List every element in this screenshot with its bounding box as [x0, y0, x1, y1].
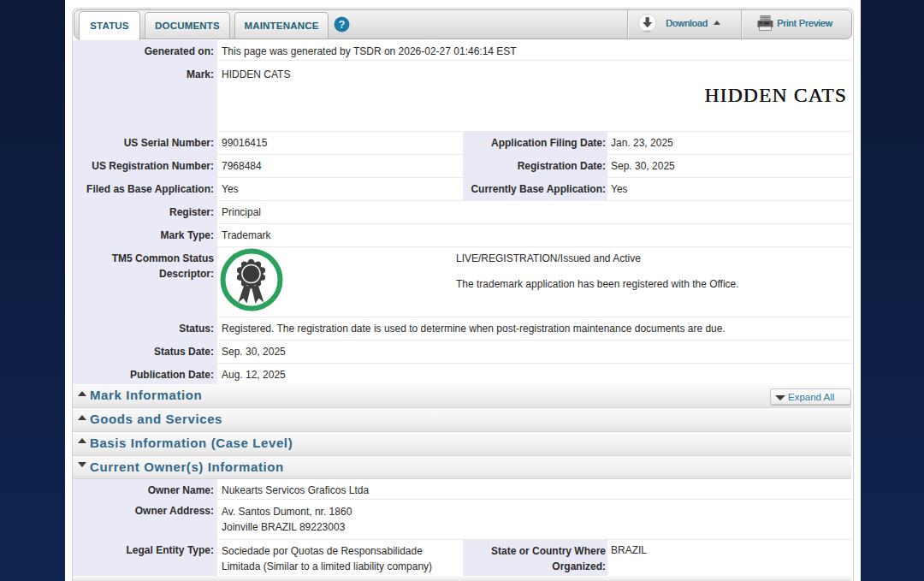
svg-text:?: ? [339, 18, 346, 31]
